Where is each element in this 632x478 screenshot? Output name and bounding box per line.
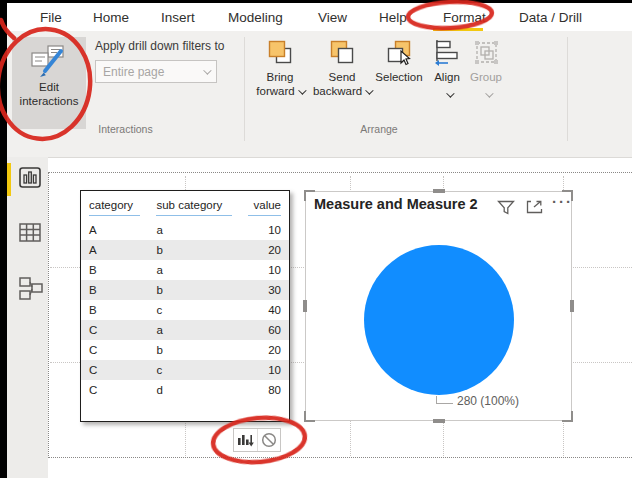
menu-tab-home[interactable]: Home (93, 10, 129, 25)
ribbon: Edit interactions Apply drill down filte… (7, 31, 632, 158)
selection-label: Selection (375, 70, 422, 84)
selected-view-indicator (7, 163, 11, 196)
align-icon (434, 39, 460, 66)
selection-handle[interactable] (303, 300, 307, 312)
menu-tab-file[interactable]: File (40, 10, 62, 25)
table-row[interactable]: Ba10 (81, 260, 289, 280)
table-cell: a (148, 260, 240, 280)
view-sidebar (7, 157, 48, 478)
window-border-left (0, 0, 7, 478)
drill-scope-value: Entire page (103, 65, 164, 79)
menu-tab-help[interactable]: Help (379, 10, 407, 25)
data-label-leader-line (436, 396, 453, 404)
table-visual[interactable]: categorysub categoryvalue Aa10Ab20Ba10Bb… (80, 190, 290, 422)
table-cell: b (148, 340, 240, 360)
table-column-header[interactable]: value (240, 194, 289, 220)
visual-title: Measure and Measure 2 (314, 196, 478, 212)
selection-handle[interactable] (562, 411, 573, 422)
filter-funnel-icon[interactable] (497, 200, 515, 219)
table-column-header[interactable]: category (81, 194, 148, 220)
data-view-icon[interactable] (18, 221, 42, 249)
selection-handle[interactable] (570, 300, 574, 312)
table-cell: C (81, 320, 148, 340)
send-backward-icon (329, 39, 356, 66)
send-backward-button[interactable]: Send backward (309, 39, 375, 98)
pie-chart-visual[interactable]: Measure and Measure 2 ··· 280 (100%) (305, 191, 572, 421)
table-cell: b (148, 280, 240, 300)
table-cell: C (81, 340, 148, 360)
drill-filters-label: Apply drill down filters to (95, 39, 224, 53)
data-table: categorysub categoryvalue Aa10Ab20Ba10Bb… (81, 194, 289, 400)
edit-interactions-button[interactable]: Edit interactions (12, 37, 86, 129)
report-view-icon[interactable] (18, 166, 42, 196)
group-button[interactable]: Group (465, 39, 507, 94)
edit-interactions-label-1: Edit (39, 80, 59, 94)
table-cell: a (148, 220, 240, 240)
table-row[interactable]: Cc10 (81, 360, 289, 380)
group-label: Group (470, 70, 502, 84)
selection-handle[interactable] (562, 190, 573, 201)
pie-slice[interactable] (364, 245, 514, 395)
menu-tab-view[interactable]: View (318, 10, 347, 25)
send-backward-label-2: backward (313, 84, 371, 98)
model-view-icon[interactable] (18, 275, 42, 307)
window-border-top (0, 0, 632, 3)
no-interaction-icon[interactable] (257, 429, 281, 451)
table-row[interactable]: Ca60 (81, 320, 289, 340)
selection-handle[interactable] (433, 189, 445, 193)
selection-handle[interactable] (304, 190, 315, 201)
table-column-header[interactable]: sub category (148, 194, 240, 220)
edit-interactions-icon (30, 44, 68, 80)
page-border-top (48, 172, 632, 173)
table-cell: A (81, 240, 148, 260)
chevron-down-icon (203, 66, 211, 74)
bring-forward-button[interactable]: Bring forward (247, 39, 313, 98)
table-cell: c (148, 360, 240, 380)
table-cell: B (81, 260, 148, 280)
menu-tab-modeling[interactable]: Modeling (228, 10, 283, 25)
focus-mode-icon[interactable] (526, 200, 543, 218)
table-cell: 20 (240, 240, 289, 260)
table-cell: C (81, 380, 148, 400)
table-row[interactable]: Cd80 (81, 380, 289, 400)
table-row[interactable]: Bc40 (81, 300, 289, 320)
table-cell: 30 (240, 280, 289, 300)
table-cell: 40 (240, 300, 289, 320)
menu-tab-format[interactable]: Format (443, 10, 486, 25)
table-cell: B (81, 280, 148, 300)
table-row[interactable]: Ab20 (81, 240, 289, 260)
filter-interaction-icon[interactable] (234, 429, 257, 451)
pie-data-label: 280 (100%) (457, 394, 519, 408)
chevron-down-icon (485, 89, 493, 97)
table-cell: C (81, 360, 148, 380)
edit-interactions-label-2: interactions (20, 94, 79, 108)
menu-bar: File Home Insert Modeling View Help Form… (7, 3, 632, 31)
table-cell: d (148, 380, 240, 400)
table-cell: 60 (240, 320, 289, 340)
menu-tab-insert[interactable]: Insert (161, 10, 195, 25)
menu-tab-data-drill[interactable]: Data / Drill (519, 10, 582, 25)
bring-forward-label-1: Bring (267, 70, 294, 84)
chevron-down-icon (298, 86, 306, 94)
align-button[interactable]: Align (429, 39, 465, 94)
table-cell: a (148, 320, 240, 340)
page-border-left (48, 172, 49, 458)
table-cell: 80 (240, 380, 289, 400)
send-backward-label-1: Send (329, 70, 356, 84)
table-cell: 10 (240, 360, 289, 380)
selection-handle[interactable] (304, 411, 315, 422)
selection-button[interactable]: Selection (373, 39, 425, 84)
selection-handle[interactable] (433, 419, 445, 423)
drill-scope-dropdown[interactable]: Entire page (95, 60, 217, 83)
table-cell: A (81, 220, 148, 240)
bring-forward-icon (267, 39, 294, 66)
ribbon-divider (567, 37, 568, 141)
table-row[interactable]: Cb20 (81, 340, 289, 360)
chevron-down-icon (365, 86, 373, 94)
edit-interactions-toolbar (233, 428, 281, 452)
table-row[interactable]: Aa10 (81, 220, 289, 240)
table-cell: b (148, 240, 240, 260)
table-cell: 20 (240, 340, 289, 360)
table-row[interactable]: Bb30 (81, 280, 289, 300)
bring-forward-label-2: forward (256, 84, 303, 98)
